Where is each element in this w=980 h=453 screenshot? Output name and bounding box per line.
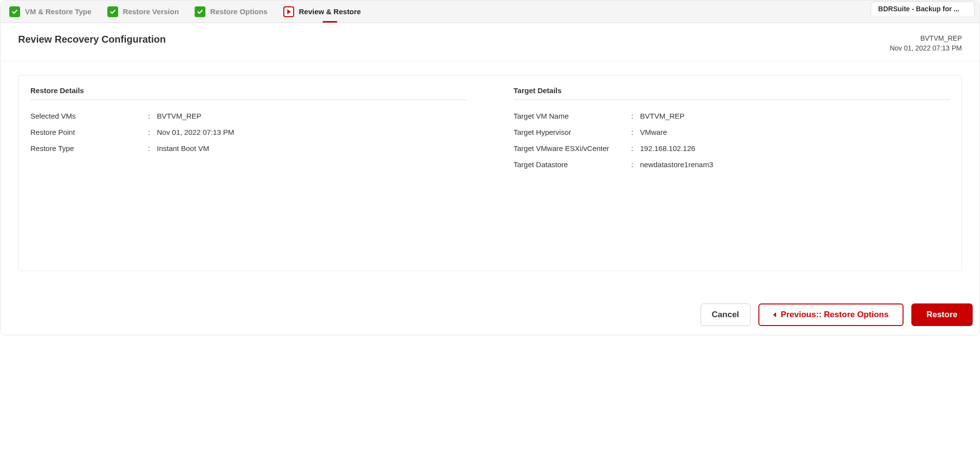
review-card: Restore Details Selected VMs : BVTVM_REP… [18, 75, 962, 271]
detail-value: BVTVM_REP [157, 112, 467, 120]
play-icon [283, 6, 294, 17]
step-restore-options[interactable]: Restore Options [195, 6, 268, 17]
detail-key: Target Hypervisor [514, 128, 631, 136]
previous-button[interactable]: Previous:: Restore Options [758, 303, 904, 326]
detail-value: Instant Boot VM [157, 144, 467, 152]
target-details-heading: Target Details [514, 86, 950, 100]
detail-value: VMware [640, 128, 950, 136]
check-icon [195, 6, 205, 17]
detail-value: 192.168.102.126 [640, 144, 950, 152]
target-details-column: Target Details Target VM Name : BVTVM_RE… [514, 86, 950, 173]
detail-row: Restore Type : Instant Boot VM [30, 140, 467, 156]
page-title: Review Recovery Configuration [18, 34, 166, 45]
step-label: VM & Restore Type [25, 7, 92, 16]
step-review-restore[interactable]: Review & Restore [283, 6, 361, 17]
detail-key: Restore Type [30, 144, 148, 152]
detail-row: Target Datastore : newdatastore1renam3 [514, 156, 950, 173]
detail-key: Target VMware ESXi/vCenter [514, 144, 631, 152]
wizard-footer: Cancel Previous:: Restore Options Restor… [0, 271, 980, 335]
detail-value: Nov 01, 2022 07:13 PM [157, 128, 467, 136]
step-label: Restore Version [123, 7, 179, 16]
detail-key: Target Datastore [514, 160, 631, 169]
page-meta: BVTVM_REP Nov 01, 2022 07:13 PM [890, 34, 962, 53]
restore-details-column: Restore Details Selected VMs : BVTVM_REP… [30, 86, 467, 173]
caret-left-icon [773, 312, 776, 317]
detail-key: Target VM Name [514, 112, 631, 120]
product-tab[interactable]: BDRSuite - Backup for ... [871, 1, 975, 16]
previous-button-label: Previous:: Restore Options [781, 310, 889, 320]
detail-row: Target VM Name : BVTVM_REP [514, 108, 950, 124]
detail-value: BVTVM_REP [640, 112, 950, 120]
detail-row: Target VMware ESXi/vCenter : 192.168.102… [514, 140, 950, 156]
meta-name: BVTVM_REP [890, 34, 962, 44]
step-restore-version[interactable]: Restore Version [107, 6, 179, 17]
check-icon [9, 6, 20, 17]
step-vm-restore-type[interactable]: VM & Restore Type [9, 6, 92, 17]
step-label: Review & Restore [299, 7, 361, 16]
detail-key: Restore Point [30, 128, 148, 136]
detail-row: Restore Point : Nov 01, 2022 07:13 PM [30, 124, 467, 140]
step-label: Restore Options [210, 7, 268, 16]
restore-details-heading: Restore Details [30, 86, 467, 100]
cancel-button[interactable]: Cancel [701, 303, 751, 326]
wizard-stepper: VM & Restore Type Restore Version Restor… [0, 0, 980, 23]
detail-value: newdatastore1renam3 [640, 160, 950, 169]
check-icon [107, 6, 118, 17]
restore-button[interactable]: Restore [911, 303, 973, 326]
meta-timestamp: Nov 01, 2022 07:13 PM [890, 44, 962, 53]
detail-row: Target Hypervisor : VMware [514, 124, 950, 140]
detail-key: Selected VMs [30, 112, 148, 120]
detail-row: Selected VMs : BVTVM_REP [30, 108, 467, 124]
